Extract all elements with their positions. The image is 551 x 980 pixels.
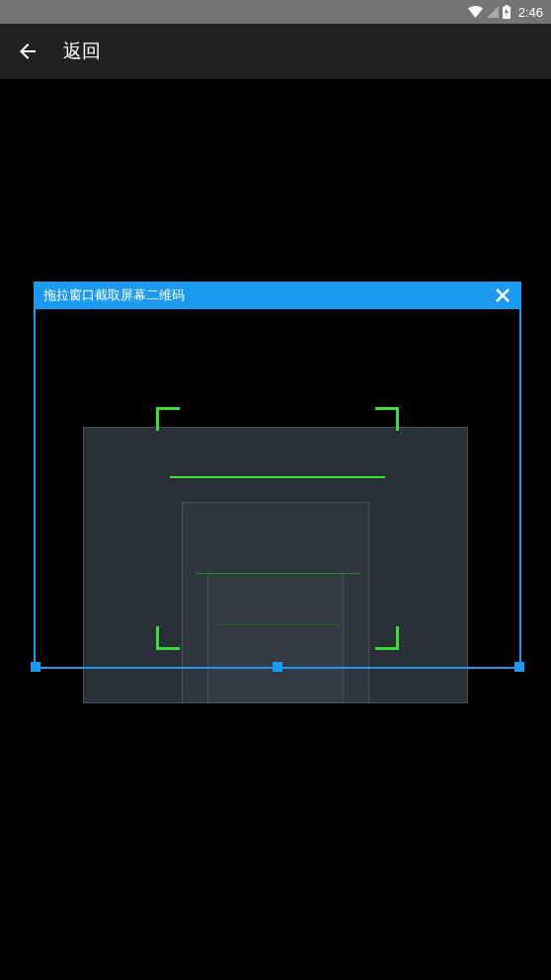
crop-header[interactable]: 拖拉窗口截取屏幕二维码 — [34, 282, 521, 309]
back-button[interactable] — [16, 40, 39, 63]
crop-window[interactable]: 拖拉窗口截取屏幕二维码 — [34, 282, 521, 669]
resize-handle-br[interactable] — [514, 662, 524, 672]
signal-icon — [487, 6, 499, 18]
resize-handle-bl[interactable] — [31, 662, 40, 672]
close-button[interactable] — [494, 286, 512, 304]
crop-body[interactable] — [34, 309, 521, 669]
svg-rect-1 — [505, 5, 508, 7]
content-area: 拖拉窗口截取屏幕二维码 — [0, 79, 551, 980]
page-title: 返回 — [63, 39, 101, 64]
status-bar: 2:46 — [0, 0, 551, 24]
crop-title: 拖拉窗口截取屏幕二维码 — [43, 286, 185, 304]
wifi-icon — [468, 6, 483, 18]
battery-charging-icon — [503, 5, 511, 19]
status-time: 2:46 — [518, 5, 543, 20]
app-bar: 返回 — [0, 24, 551, 79]
resize-handle-bc[interactable] — [273, 662, 282, 672]
